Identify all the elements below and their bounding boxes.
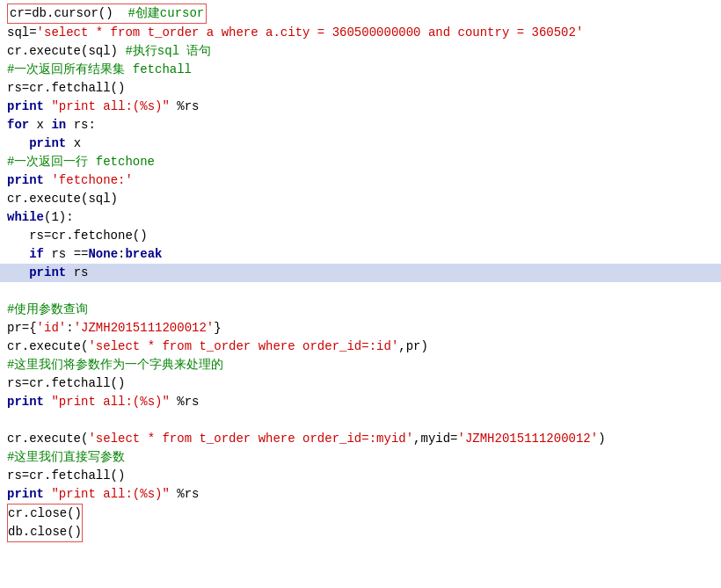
code-line-27: print "print all:(%s)" %rs: [0, 485, 721, 504]
code-line-24: cr.execute('select * from t_order where …: [0, 430, 721, 448]
code-line-11: cr.execute(sql): [0, 190, 721, 208]
code-line-15: print rs: [0, 264, 721, 282]
code-line-9: #一次返回一行 fetchone: [0, 153, 721, 171]
code-line-10: print 'fetchone:': [0, 171, 721, 190]
code-line-8: print x: [0, 134, 721, 153]
code-line-13: rs=cr.fetchone(): [0, 227, 721, 245]
code-line-3: cr.execute(sql) #执行sql 语句: [0, 42, 721, 61]
code-line-14: if rs ==None:break: [0, 245, 721, 264]
code-line-12: while(1):: [0, 208, 721, 227]
code-line-16: [0, 282, 721, 301]
code-line-4: #一次返回所有结果集 fetchall: [0, 61, 721, 79]
code-line-28: cr.close(): [8, 505, 82, 523]
code-line-2: sql='select * from t_order a where a.cit…: [0, 24, 721, 42]
code-line-29: db.close(): [8, 523, 82, 541]
code-line-6: print "print all:(%s)" %rs: [0, 98, 721, 116]
code-line-20: #这里我们将参数作为一个字典来处理的: [0, 356, 721, 374]
code-line-23: [0, 411, 721, 430]
code-line-18: pr={'id':'JZMH2015111200012'}: [0, 319, 721, 338]
code-line-26: rs=cr.fetchall(): [0, 467, 721, 485]
code-container: cr=db.cursor() #创建cursorsql='select * fr…: [0, 0, 721, 588]
code-line-22: print "print all:(%s)" %rs: [0, 393, 721, 411]
code-line-21: rs=cr.fetchall(): [0, 374, 721, 393]
code-line-17: #使用参数查询: [0, 301, 721, 319]
code-line-5: rs=cr.fetchall(): [0, 79, 721, 98]
code-line-19: cr.execute('select * from t_order where …: [0, 338, 721, 356]
code-line-1: cr=db.cursor() #创建cursor: [7, 4, 207, 24]
code-line-25: #这里我们直接写参数: [0, 448, 721, 467]
code-line-7: for x in rs:: [0, 116, 721, 134]
